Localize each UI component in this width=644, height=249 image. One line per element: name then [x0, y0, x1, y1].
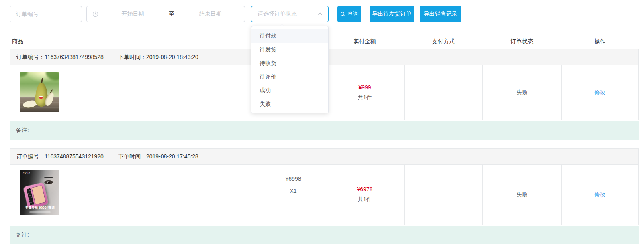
payment-method-cell [404, 165, 482, 225]
column-header-payment-method: 支付方式 [404, 38, 482, 45]
date-range-picker[interactable]: 开始日期 至 结束日期 [86, 6, 245, 22]
order-status: 失败 [517, 191, 528, 198]
remark-label: 备注: [16, 231, 29, 239]
order-header: 订单编号：1163748875543121920 下单时间：2019-08-20… [10, 149, 638, 165]
order-status-cell: 失败 [482, 65, 561, 120]
dropdown-option-success[interactable]: 成功 [251, 83, 328, 97]
paid-amount: ¥999 [358, 84, 371, 91]
paid-amount-cell: ¥999 共1件 [325, 65, 404, 120]
dropdown-option-pending-payment[interactable]: 待付款 [251, 29, 328, 43]
remark-label: 备注: [16, 127, 29, 134]
actions-cell: 修改 [561, 65, 638, 120]
start-date-placeholder[interactable]: 开始日期 [98, 10, 167, 18]
product-image-pear [20, 72, 59, 112]
order-remark-row: 备注: [10, 121, 639, 140]
order-block: 订单编号：1163748875543121920 下单时间：2019-08-20… [10, 148, 639, 244]
payment-method-cell [404, 65, 482, 120]
column-header-actions: 操作 [561, 38, 639, 45]
order-status-dropdown: 待付款 待发货 待收货 待评价 成功 失败 [251, 26, 329, 113]
modify-link[interactable]: 修改 [595, 89, 606, 96]
export-sales-records-button[interactable]: 导出销售记录 [420, 6, 461, 22]
product-caption-text: 专属美颜 9000⁺微调 [20, 206, 59, 210]
actions-cell: 修改 [561, 165, 638, 225]
export-pending-orders-button[interactable]: 导出待发货订单 [370, 6, 414, 22]
product-image-camera-ad: CASIO 专属美颜 9000⁺微调 [20, 170, 59, 215]
order-number: 订单编号：1163763438174998528 [16, 54, 104, 61]
chevron-up-icon [318, 12, 323, 16]
column-header-order-status: 订单状态 [482, 38, 561, 45]
total-pieces: 共1件 [358, 94, 372, 101]
total-pieces: 共1件 [358, 196, 372, 203]
product-subcaption-bar [29, 211, 51, 213]
dropdown-option-pending-shipment[interactable]: 待发货 [251, 43, 328, 56]
product-cell: CASIO 专属美颜 9000⁺微调 ¥6998 X1 [10, 165, 325, 225]
order-number: 订单编号：1163748875543121920 [16, 153, 104, 160]
dropdown-option-pending-receipt[interactable]: 待收货 [251, 56, 328, 70]
quantity: X1 [275, 185, 311, 197]
unit-price-block: ¥6998 X1 [275, 173, 311, 197]
modify-link[interactable]: 修改 [595, 191, 606, 198]
dropdown-option-pending-review[interactable]: 待评价 [251, 70, 328, 83]
clock-icon [92, 11, 98, 17]
search-button[interactable]: 查询 [337, 6, 361, 22]
order-remark-row: 备注: [10, 226, 639, 244]
order-status-cell: 失败 [482, 165, 561, 225]
unit-price: ¥6998 [275, 173, 311, 185]
order-status-select[interactable]: 请选择订单状态 [251, 6, 329, 22]
dropdown-option-failed[interactable]: 失败 [251, 97, 328, 111]
dropdown-arrow [280, 24, 284, 28]
status-select-placeholder: 请选择订单状态 [251, 10, 318, 18]
paid-amount-cell: ¥6978 共1件 [325, 165, 404, 225]
end-date-placeholder[interactable]: 结束日期 [176, 10, 245, 18]
column-header-paid-amount: 实付金额 [325, 38, 404, 45]
paid-amount: ¥6978 [357, 186, 373, 192]
date-range-separator: 至 [167, 10, 176, 18]
order-number-input[interactable] [10, 6, 82, 22]
search-button-label: 查询 [348, 10, 359, 18]
order-management-page: 开始日期 至 结束日期 请选择订单状态 查询 导出待发货订单 导出销售记录 待付… [0, 0, 644, 249]
magnifier-icon [340, 12, 346, 17]
order-time: 下单时间：2019-08-20 17:45:28 [118, 153, 198, 160]
order-status: 失败 [517, 89, 528, 96]
product-brand-text: CASIO [23, 172, 30, 174]
order-time: 下单时间：2019-08-20 18:43:20 [118, 54, 198, 61]
